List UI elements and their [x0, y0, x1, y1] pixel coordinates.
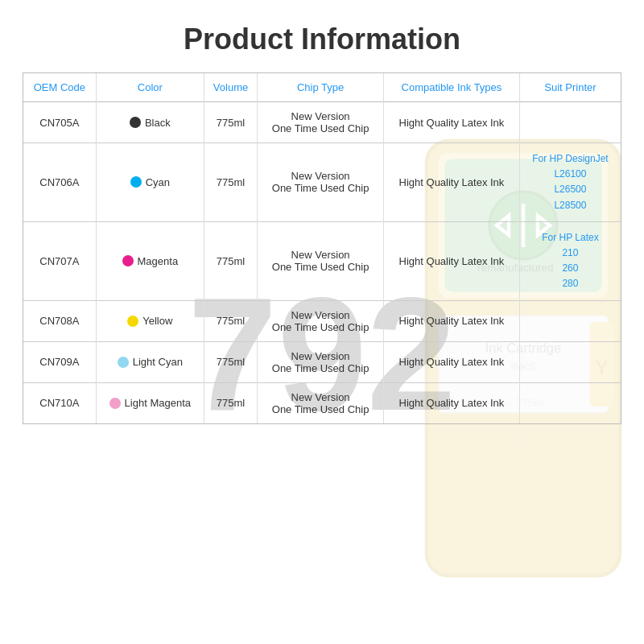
- cell-suit-printer: [519, 382, 621, 423]
- cell-volume: 775ml: [204, 382, 257, 423]
- header-suit-printer: Suit Printer: [519, 73, 621, 102]
- color-label: Light Magenta: [125, 397, 191, 409]
- cell-ink-types: Hight Quality Latex Ink: [384, 300, 520, 341]
- cell-chip-type: New Version One Time Used Chip: [258, 102, 384, 143]
- product-table-wrapper: OEM Code Color Volume Chip Type Compatib…: [23, 72, 621, 424]
- cell-ink-types: Hight Quality Latex Ink: [384, 341, 520, 382]
- table-row: CN709ALight Cyan775mlNew Version One Tim…: [23, 341, 621, 382]
- cell-suit-printer: [519, 300, 621, 341]
- table-row: CN710ALight Magenta775mlNew Version One …: [23, 382, 621, 423]
- svg-text:⚠: ⚠: [519, 434, 528, 445]
- cell-color: Yellow: [96, 300, 204, 341]
- color-dot-icon: [109, 398, 121, 409]
- page-title: Product Information: [0, 0, 644, 72]
- cell-volume: 775ml: [204, 221, 257, 300]
- product-table: OEM Code Color Volume Chip Type Compatib…: [23, 73, 621, 423]
- cell-oem: CN709A: [23, 341, 96, 382]
- cell-oem: CN707A: [23, 221, 96, 300]
- color-dot-icon: [118, 357, 129, 368]
- cell-suit-printer: [519, 341, 621, 382]
- color-label: Yellow: [142, 315, 172, 327]
- cell-color: Black: [96, 102, 204, 143]
- cell-oem: CN706A: [23, 143, 96, 222]
- cell-volume: 775ml: [204, 300, 257, 341]
- cell-volume: 775ml: [204, 143, 257, 222]
- color-dot-icon: [130, 176, 142, 188]
- cell-chip-type: New Version One Time Used Chip: [258, 143, 384, 222]
- cell-oem: CN708A: [23, 300, 96, 341]
- cell-ink-types: Hight Quality Latex Ink: [384, 221, 520, 300]
- header-chip-type: Chip Type: [258, 73, 384, 102]
- cell-chip-type: New Version One Time Used Chip: [258, 341, 384, 382]
- table-body: CN705ABlack775mlNew Version One Time Use…: [23, 102, 621, 423]
- table-row: CN708AYellow775mlNew Version One Time Us…: [23, 300, 621, 341]
- table-row: CN706ACyan775mlNew Version One Time Used…: [23, 143, 621, 222]
- table-row: CN707AMagenta775mlNew Version One Time U…: [23, 221, 621, 300]
- cell-oem: CN705A: [23, 102, 96, 143]
- cell-color: Cyan: [96, 143, 204, 222]
- cell-color: Light Cyan: [96, 341, 204, 382]
- cell-ink-types: Hight Quality Latex Ink: [384, 382, 520, 423]
- color-label: Magenta: [138, 255, 179, 267]
- header-volume: Volume: [204, 73, 257, 102]
- color-dot-icon: [130, 117, 141, 128]
- cell-volume: 775ml: [204, 341, 257, 382]
- cell-chip-type: New Version One Time Used Chip: [258, 300, 384, 341]
- cell-volume: 775ml: [204, 102, 257, 143]
- cell-oem: CN710A: [23, 382, 96, 423]
- cell-suit-printer: For HP DesignJet L26100 L26500 L28500: [519, 143, 621, 222]
- color-dot-icon: [127, 316, 138, 327]
- table-header-row: OEM Code Color Volume Chip Type Compatib…: [23, 73, 621, 102]
- cell-suit-printer: For HP Latex 210 260 280: [519, 221, 621, 300]
- cell-ink-types: Hight Quality Latex Ink: [384, 102, 520, 143]
- header-color: Color: [96, 73, 204, 102]
- cell-suit-printer: [519, 102, 621, 143]
- header-ink-types: Compatible Ink Types: [384, 73, 520, 102]
- color-label: Cyan: [146, 176, 170, 188]
- cell-chip-type: New Version One Time Used Chip: [258, 382, 384, 423]
- table-row: CN705ABlack775mlNew Version One Time Use…: [23, 102, 621, 143]
- cell-chip-type: New Version One Time Used Chip: [258, 221, 384, 300]
- cell-ink-types: Hight Quality Latex Ink: [384, 143, 520, 222]
- color-label: Black: [145, 117, 171, 129]
- cell-color: Light Magenta: [96, 382, 204, 423]
- color-label: Light Cyan: [133, 356, 183, 368]
- header-oem-code: OEM Code: [23, 73, 96, 102]
- color-dot-icon: [122, 255, 134, 266]
- cell-color: Magenta: [96, 221, 204, 300]
